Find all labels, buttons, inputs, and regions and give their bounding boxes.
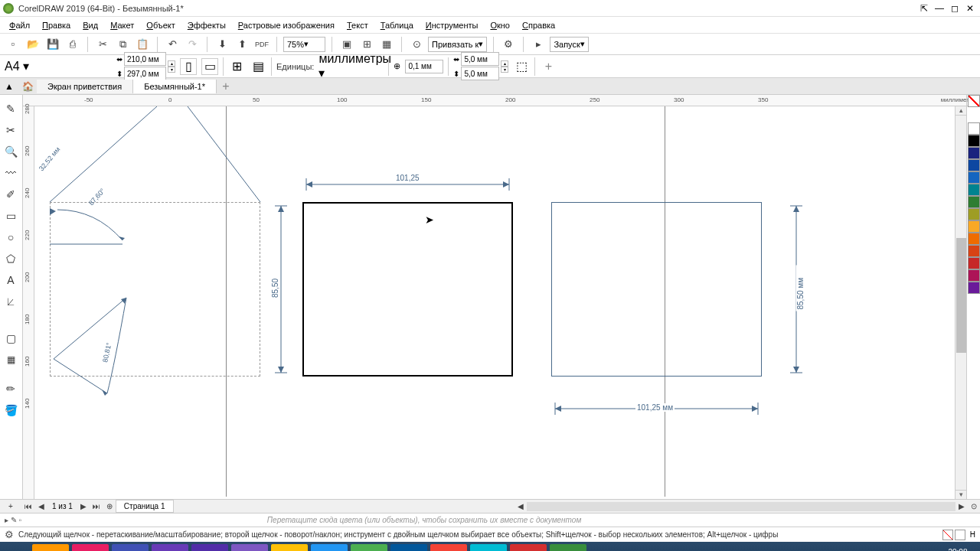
launch-icon[interactable]: ▸ — [530, 36, 547, 53]
horizontal-scrollbar[interactable] — [527, 502, 956, 511]
dimension-tool-icon[interactable]: ⟀ — [0, 291, 21, 312]
rectangle-right[interactable] — [551, 202, 762, 377]
color-swatch[interactable] — [968, 269, 980, 282]
units-dropdown[interactable]: миллиметры ▾ — [318, 52, 384, 80]
dropshadow-tool-icon[interactable]: ▢ — [0, 328, 21, 349]
export-button[interactable]: ⬆ — [234, 36, 250, 53]
pdf-button[interactable]: PDF — [253, 36, 270, 53]
add-tab-button[interactable]: + — [217, 80, 235, 93]
dup-y-input[interactable] — [461, 67, 499, 80]
home-icon[interactable]: 🏠 — [18, 79, 37, 94]
curve-tool-icon[interactable]: 〰 — [0, 162, 21, 184]
menu-bitmaps[interactable]: Растровые изображения — [232, 19, 341, 31]
canvas-area[interactable]: миллиметры -50050100150200250300350 2802… — [23, 95, 980, 499]
menu-file[interactable]: Файл — [3, 19, 36, 31]
taskbar-app[interactable]: W — [311, 544, 348, 551]
page-height-input[interactable] — [124, 67, 166, 80]
menu-window[interactable]: Окно — [484, 19, 516, 31]
hscroll-right[interactable]: ▶ — [956, 502, 968, 510]
last-page-button[interactable]: ⏭ — [90, 502, 103, 510]
taskbar-app[interactable]: 💾 — [112, 544, 149, 551]
prev-page-button[interactable]: ◀ — [35, 502, 47, 510]
crop-tool-icon[interactable]: ✂ — [0, 119, 21, 141]
add-page-after-button[interactable]: ⊕ — [103, 502, 116, 510]
page-tab[interactable]: Страница 1 — [116, 500, 174, 513]
artistic-media-icon[interactable]: ✐ — [0, 184, 21, 205]
page-width-input[interactable] — [124, 52, 166, 66]
tray-clock[interactable]: 20:08 05.04.2020 — [939, 548, 977, 551]
color-swatch[interactable] — [968, 257, 980, 269]
options-button[interactable]: ⚙ — [500, 36, 517, 53]
pan-button[interactable]: ⊙ — [968, 502, 980, 510]
color-swatch[interactable] — [968, 135, 980, 147]
no-color-swatch[interactable] — [968, 95, 980, 107]
scrollbar-thumb[interactable] — [956, 238, 966, 353]
vertical-ruler[interactable]: 280260240220200180160140 — [23, 106, 34, 499]
fullscreen-button[interactable]: ▣ — [338, 36, 355, 53]
copy-button[interactable]: ⧉ — [114, 36, 131, 53]
snap-icon[interactable]: ⊙ — [408, 36, 425, 53]
import-button[interactable]: ⬇ — [214, 36, 230, 53]
transparency-tool-icon[interactable]: ▦ — [0, 349, 21, 370]
close-button[interactable]: ✕ — [963, 2, 977, 15]
color-swatch[interactable] — [968, 220, 980, 233]
landscape-button[interactable]: ▭ — [201, 58, 218, 75]
rectangle-center[interactable] — [302, 202, 513, 377]
grid-button[interactable]: ▦ — [378, 36, 395, 53]
start-button[interactable]: ⊞ — [3, 545, 31, 551]
gear-icon[interactable]: ⚙ — [5, 529, 14, 540]
rectangle-tool-icon[interactable]: ▭ — [0, 205, 21, 227]
zoom-tool-icon[interactable]: 🔍 — [0, 141, 21, 162]
portrait-button[interactable]: ▯ — [180, 58, 197, 75]
color-swatch[interactable] — [968, 184, 980, 196]
new-button[interactable]: ▫ — [5, 36, 21, 53]
vertical-scrollbar[interactable]: ▴ ▾ — [955, 106, 966, 499]
polygon-tool-icon[interactable]: ⬠ — [0, 248, 21, 269]
tab-document[interactable]: Безымянный-1* — [133, 80, 217, 93]
taskbar-app[interactable]: Ai — [32, 544, 69, 551]
page-size-dropdown[interactable]: A4 ▾ — [5, 59, 112, 73]
taskbar-app[interactable]: Pr — [152, 544, 188, 551]
print-button[interactable]: ⎙ — [64, 36, 81, 53]
pick-tool-home-icon[interactable]: ▲ — [0, 79, 18, 94]
taskbar-app[interactable]: Pj — [231, 544, 268, 551]
taskbar-app[interactable]: Ps — [390, 544, 427, 551]
eyedropper-tool-icon[interactable]: ✏ — [0, 378, 21, 399]
add-page-button[interactable]: + — [0, 502, 21, 510]
text-tool-icon[interactable]: A — [0, 269, 21, 291]
taskbar-app[interactable]: A — [510, 544, 547, 551]
maximize-button[interactable]: ◻ — [948, 2, 962, 15]
menu-table[interactable]: Таблица — [374, 19, 420, 31]
ellipse-tool-icon[interactable]: ○ — [0, 227, 21, 248]
export-icon[interactable]: ⇱ — [917, 2, 931, 15]
page-dim-spinner[interactable]: ▴▾ — [168, 60, 175, 73]
zoom-dropdown[interactable]: 75% ▾ — [283, 37, 325, 52]
cut-button[interactable]: ✂ — [94, 36, 111, 53]
taskbar-app[interactable]: 3 — [470, 544, 507, 551]
launch-dropdown[interactable]: Запуск ▾ — [550, 37, 588, 52]
taskbar-app[interactable]: Id — [72, 544, 109, 551]
menu-object[interactable]: Объект — [140, 19, 181, 31]
taskbar-app[interactable]: Ae — [191, 544, 228, 551]
redo-button[interactable]: ↷ — [184, 36, 201, 53]
menu-help[interactable]: Справка — [516, 19, 561, 31]
fill-tool-icon[interactable]: 🪣 — [0, 399, 21, 421]
save-button[interactable]: 💾 — [44, 36, 61, 53]
taskbar-app[interactable]: ⬇ — [550, 544, 586, 551]
color-drop-area[interactable]: ▸ ✎ ▫ Перетащите сюда цвета (или объекты… — [0, 513, 980, 527]
taskbar-app[interactable]: 🌐 — [430, 544, 467, 551]
color-swatch[interactable] — [968, 147, 980, 159]
next-page-button[interactable]: ▶ — [77, 502, 90, 510]
rulers-button[interactable]: ⊞ — [358, 36, 375, 53]
color-swatch[interactable] — [968, 159, 980, 171]
color-swatch[interactable] — [968, 282, 980, 294]
first-page-button[interactable]: ⏮ — [21, 502, 35, 510]
add-button[interactable]: + — [540, 58, 557, 75]
page-frame-button[interactable]: ⬚ — [513, 58, 530, 75]
dup-x-input[interactable] — [461, 52, 499, 66]
undo-button[interactable]: ↶ — [164, 36, 181, 53]
fill-outline-indicator[interactable] — [942, 530, 965, 540]
color-swatch[interactable] — [968, 245, 980, 257]
hscroll-left[interactable]: ◀ — [514, 502, 527, 510]
menu-view[interactable]: Вид — [77, 19, 104, 31]
